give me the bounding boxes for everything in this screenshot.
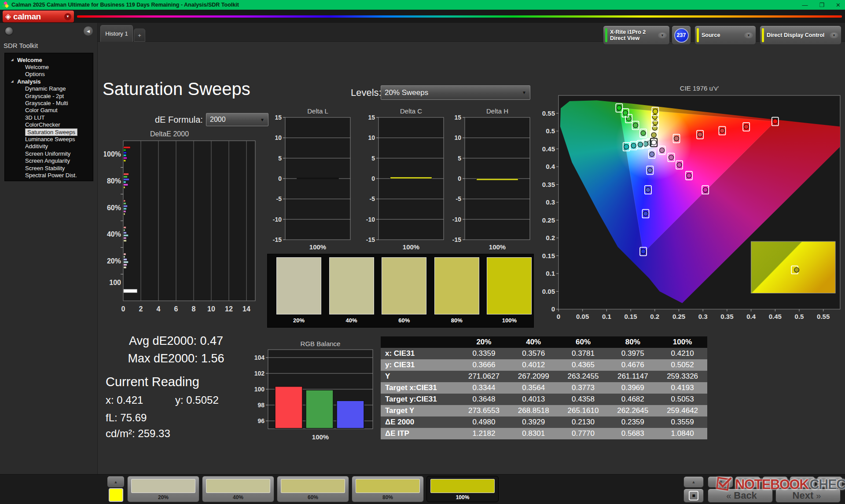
value-cell: 0.2130	[558, 416, 608, 428]
pattern-color-chip	[281, 479, 345, 493]
swatch-label: 100%	[487, 317, 532, 324]
source-caret-icon[interactable]: ▼	[744, 33, 753, 38]
row-label-cell: ΔE 2000	[381, 416, 459, 428]
svg-text:10: 10	[368, 134, 375, 141]
tree-item-grayscale-multi[interactable]: Grayscale - Multi	[5, 99, 93, 106]
saturation-swatch-20%	[276, 257, 321, 314]
pattern-label: 80%	[352, 494, 423, 500]
tree-item-3d-lut[interactable]: 3D LUT	[5, 114, 93, 121]
svg-text:10: 10	[454, 134, 461, 141]
svg-text:CIE 1976 u'v': CIE 1976 u'v'	[680, 84, 719, 92]
current-fl: fL: 75.69	[106, 412, 147, 424]
maximize-button[interactable]: ❐	[819, 2, 824, 8]
pattern-button-100%[interactable]: 100%	[426, 476, 499, 502]
tree-item-dynamic-range[interactable]: Dynamic Range	[5, 85, 93, 92]
saturation-swatch-40%	[329, 257, 374, 314]
continuous-button[interactable]: ∞	[790, 476, 815, 488]
svg-text:0: 0	[557, 313, 560, 320]
next-button[interactable]: Next »	[775, 489, 841, 503]
row-label-cell: y: CIE31	[381, 359, 459, 371]
svg-text:-10: -10	[452, 216, 461, 223]
chevron-double-right-icon: »	[816, 491, 821, 501]
expander-icon[interactable]: ◢	[11, 80, 13, 83]
tree-item-analysis[interactable]: ◢Analysis	[5, 78, 93, 85]
table-header-cell: 20%	[459, 336, 509, 348]
svg-text:0.4: 0.4	[746, 313, 756, 320]
stop-button[interactable]: ■	[683, 489, 704, 503]
svg-text:8: 8	[192, 305, 196, 313]
pattern-button-40%[interactable]: 40%	[202, 476, 274, 502]
meter-status-stripe	[605, 28, 607, 42]
measurement-table: 20%40%60%80%100%x: CIE310.33590.35760.37…	[381, 336, 707, 439]
value-cell: 259.3326	[658, 371, 707, 382]
meter-up-button[interactable]: ▲	[683, 476, 704, 488]
svg-text:0.25: 0.25	[542, 216, 555, 224]
tree-item-options[interactable]: Options	[5, 71, 93, 78]
calman-menu-caret-icon[interactable]: ▼	[64, 13, 71, 20]
pause-button[interactable]: ▮▮	[762, 476, 788, 488]
pattern-button-20%[interactable]: 20%	[127, 476, 199, 502]
current-pattern-swatch[interactable]	[109, 488, 123, 502]
value-cell: 261.1147	[608, 371, 658, 382]
tree-item-screen-uniformity[interactable]: Screen Uniformity	[5, 150, 93, 157]
pattern-button-80%[interactable]: 80%	[352, 476, 424, 502]
value-cell: 1.0840	[658, 428, 707, 439]
expander-icon[interactable]: ◢	[11, 58, 13, 62]
source-dropdown[interactable]: Source ▼	[694, 26, 756, 45]
row-label-cell: Y	[381, 371, 459, 382]
close-button[interactable]: ✕	[836, 2, 841, 8]
svg-text:-5: -5	[456, 195, 462, 202]
tree-item-screen-stability[interactable]: Screen Stability	[5, 164, 93, 172]
levels-dropdown[interactable]: 20% Sweeps ▼	[381, 85, 530, 100]
current-y: y: 0.5052	[175, 394, 219, 406]
tree-item-additivity[interactable]: Additivity	[5, 143, 93, 150]
sidebar-collapse-button[interactable]: ◀	[84, 26, 93, 36]
row-label-cell: Target y:CIE31	[381, 394, 459, 405]
source-status-stripe	[697, 28, 699, 42]
add-tab-button[interactable]: +	[134, 29, 145, 42]
value-cell: 262.2645	[608, 405, 658, 416]
svg-text:5: 5	[458, 155, 461, 162]
row-label-cell: ΔE ITP	[381, 428, 459, 439]
meter-dropdown[interactable]: X-Rite i1Pro 2 Direct View ▼	[603, 26, 670, 45]
tree-item-saturation-sweeps[interactable]: Saturation Sweeps	[5, 128, 93, 135]
current-cdm2: cd/m²: 259.33	[106, 427, 170, 440]
svg-text:0: 0	[278, 175, 282, 182]
tree-item-screen-angularity[interactable]: Screen Angularity	[5, 157, 93, 164]
stop-icon: ■	[689, 491, 698, 500]
tab-history-1[interactable]: History 1	[100, 25, 133, 42]
refresh-button[interactable]: ⟳	[817, 476, 842, 488]
de-formula-dropdown[interactable]: 2000 ▼	[206, 113, 268, 126]
tree-item-luminance-sweeps[interactable]: Luminance Sweeps	[5, 135, 93, 142]
pattern-scroll-up-button[interactable]: ▲	[107, 476, 124, 487]
pattern-button-60%[interactable]: 60%	[277, 476, 349, 502]
tree-item-grayscale-2pt[interactable]: Grayscale - 2pt	[5, 92, 93, 99]
pattern-label: 60%	[277, 494, 349, 500]
value-cell: 263.2455	[558, 371, 608, 382]
levels-value: 20% Sweeps	[385, 88, 428, 97]
svg-text:100%: 100%	[312, 433, 329, 441]
play-button[interactable]: ▶	[735, 476, 760, 488]
meter-reading-badge-button[interactable]: 237	[672, 26, 691, 45]
stop-button[interactable]: ■	[708, 476, 733, 488]
window-titlebar: Calman 2025 Calman Ultimate for Business…	[0, 0, 845, 10]
value-cell: 0.8301	[509, 428, 558, 439]
app-icon	[3, 2, 9, 8]
svg-text:-10: -10	[273, 216, 282, 223]
tree-item-color-gamut[interactable]: Color Gamut	[5, 107, 93, 114]
tree-item-colorchecker[interactable]: ColorChecker	[5, 121, 93, 128]
calman-menu-button[interactable]: ◈ calman ▼	[3, 11, 74, 22]
display-control-dropdown[interactable]: Direct Display Control ▼	[760, 26, 841, 45]
tree-item-welcome[interactable]: ◢Welcome	[5, 56, 93, 63]
svg-text:0.35: 0.35	[542, 181, 555, 188]
tree-item-label: Welcome	[17, 57, 42, 63]
minimize-button[interactable]: —	[802, 2, 808, 8]
tree-item-welcome[interactable]: Welcome	[5, 63, 93, 70]
value-cell: 1.2182	[459, 428, 509, 439]
tree-item-spectral-power-dist-[interactable]: Spectral Power Dist.	[5, 172, 93, 179]
value-cell: 0.3929	[509, 416, 558, 428]
back-button[interactable]: « Back	[708, 489, 773, 503]
value-cell: 0.3975	[608, 348, 658, 359]
display-control-caret-icon[interactable]: ▼	[830, 33, 838, 38]
meter-caret-icon[interactable]: ▼	[658, 33, 667, 38]
